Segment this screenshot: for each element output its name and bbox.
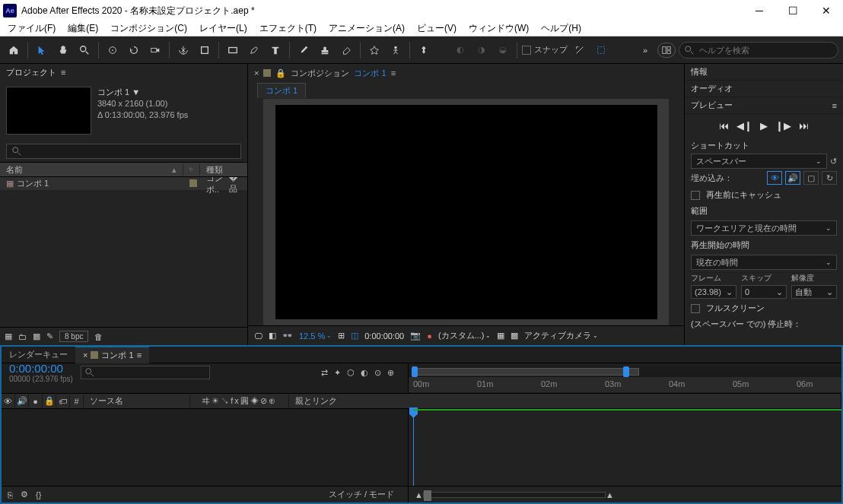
audio-panel-header[interactable]: オーディオ	[685, 81, 843, 97]
rect-tool-icon[interactable]	[224, 41, 242, 59]
maximize-button[interactable]: ☐	[776, 0, 810, 21]
menu-help[interactable]: ヘルプ(H)	[535, 21, 587, 36]
overflow-icon[interactable]: »	[636, 41, 654, 59]
orbit-tool-icon[interactable]	[103, 41, 122, 59]
mask-icon[interactable]: 👓	[282, 331, 293, 341]
menu-effect[interactable]: エフェクト(T)	[253, 21, 323, 36]
include-audio-icon[interactable]: 🔊	[785, 171, 800, 185]
workspace-icon[interactable]	[657, 43, 676, 58]
tl-tool4-icon[interactable]: ◐	[361, 368, 368, 378]
flowchart-icon[interactable]: �品	[229, 177, 241, 195]
composition-viewport[interactable]	[276, 106, 657, 319]
snap-opt1-icon[interactable]	[571, 41, 589, 59]
transparency-grid-icon[interactable]: ◫	[351, 331, 358, 341]
col-lock-icon[interactable]: 🔒	[43, 394, 56, 408]
brush-tool-icon[interactable]	[294, 41, 313, 59]
res-select[interactable]: 自動⌄	[791, 285, 837, 299]
menu-view[interactable]: ビュー(V)	[411, 21, 463, 36]
tl-tool2-icon[interactable]: ✦	[334, 368, 341, 378]
zoom-dropdown[interactable]: 12.5 % ⌄	[299, 331, 332, 341]
col-num[interactable]: #	[70, 394, 84, 408]
timeline-work-area[interactable]	[409, 366, 841, 377]
panel-menu-icon[interactable]: ≡	[61, 68, 65, 77]
trash-icon[interactable]: 🗑	[94, 332, 103, 341]
menu-animation[interactable]: アニメーション(A)	[323, 21, 411, 36]
pen-tool-icon[interactable]	[245, 41, 263, 59]
text-tool-icon[interactable]	[266, 41, 285, 59]
view2-icon[interactable]: ▩	[511, 331, 518, 341]
next-frame-icon[interactable]: ❙▶	[775, 120, 791, 132]
tl-tool6-icon[interactable]: ⊕	[387, 368, 394, 378]
menu-edit[interactable]: 編集(E)	[62, 21, 104, 36]
col-source[interactable]: ソース名	[84, 394, 190, 408]
folder-icon[interactable]: 🗀	[18, 332, 27, 341]
interpret-icon[interactable]: ▦	[5, 331, 12, 341]
shortcut-select[interactable]: スペースバー⌄	[691, 154, 827, 169]
timeline-current-time[interactable]: 0:00:00:00	[9, 362, 73, 375]
new-comp-icon[interactable]: ▩	[33, 331, 40, 341]
reset-icon[interactable]: ↺	[830, 157, 837, 166]
tab-render-queue[interactable]: レンダーキュー	[2, 347, 75, 363]
menu-window[interactable]: ウィンドウ(W)	[463, 21, 535, 36]
help-search[interactable]	[679, 42, 838, 59]
range-select[interactable]: ワークエリアと現在の時間⌄	[691, 220, 837, 236]
cache-checkbox[interactable]	[691, 191, 700, 200]
menu-layer[interactable]: レイヤー(L)	[193, 21, 253, 36]
tl-tool1-icon[interactable]: ⇄	[321, 368, 328, 378]
puppet-tool-icon[interactable]	[387, 41, 405, 59]
selection-tool-icon[interactable]	[33, 41, 51, 59]
comp-thumbnail[interactable]	[6, 87, 91, 135]
resolution-icon[interactable]: ⊞	[338, 331, 345, 341]
timeline-track-area[interactable]	[409, 409, 841, 486]
channel-icon[interactable]: ●	[427, 331, 432, 341]
timeline-zoom-slider[interactable]	[423, 492, 606, 498]
lock-icon[interactable]: 🔒	[275, 68, 286, 78]
shape-tool-icon[interactable]	[196, 41, 214, 59]
close-button[interactable]: ✕	[810, 0, 843, 21]
project-col-type[interactable]: 種類	[200, 164, 247, 176]
panel-menu-icon[interactable]: ≡	[832, 101, 837, 110]
tl-footer-icon2[interactable]: ⚙	[21, 490, 28, 499]
project-col-name[interactable]: 名前▴	[0, 164, 183, 176]
timeline-ruler[interactable]: 00m 01m 02m 03m 04m 05m 06m	[409, 377, 841, 392]
tl-tool5-icon[interactable]: ⊙	[374, 368, 381, 378]
camera-dropdown[interactable]: アクティブカメラ ⌄	[524, 330, 598, 341]
comp-subtab[interactable]: コンポ 1	[257, 83, 306, 98]
include-overlay-icon[interactable]: ▢	[803, 171, 819, 185]
col-label-icon[interactable]: 🏷	[56, 394, 70, 408]
comp-tab-close-icon[interactable]: ×	[254, 68, 259, 78]
zoom-in-icon[interactable]: ▲	[606, 490, 614, 499]
tl-footer-icon3[interactable]: {}	[36, 490, 41, 499]
workarea-start-handle[interactable]	[412, 366, 418, 377]
menu-composition[interactable]: コンポジション(C)	[104, 21, 193, 36]
col-parent[interactable]: 親とリンク	[289, 394, 841, 408]
prev-frame-icon[interactable]: ◀❙	[736, 120, 752, 132]
fullscreen-checkbox[interactable]	[691, 304, 700, 313]
minimize-button[interactable]: ─	[743, 0, 776, 21]
playfrom-select[interactable]: 現在の時間⌄	[691, 255, 837, 270]
playhead[interactable]	[413, 409, 414, 486]
menu-file[interactable]: ファイル(F)	[2, 21, 62, 36]
col-audio-icon[interactable]: 🔊	[15, 394, 29, 408]
color-mgmt-dropdown[interactable]: (カスタム...) ⌄	[438, 330, 491, 341]
mask-mode2-icon[interactable]: ◑	[472, 41, 491, 59]
project-col-tag[interactable]	[183, 164, 200, 175]
play-icon[interactable]: ▶	[760, 120, 768, 132]
frame-select[interactable]: (23.98)⌄	[691, 285, 736, 299]
preview-panel-header[interactable]: プレビュー≡	[685, 97, 843, 114]
col-eye-icon[interactable]: 👁	[2, 394, 15, 408]
tl-tool3-icon[interactable]: ⬡	[347, 368, 355, 378]
anchor-tool-icon[interactable]	[174, 41, 192, 59]
project-search[interactable]	[6, 144, 241, 159]
rotate-tool-icon[interactable]	[125, 41, 143, 59]
switch-mode-toggle[interactable]: スイッチ / モード	[329, 489, 402, 500]
stamp-tool-icon[interactable]	[316, 41, 334, 59]
view1-icon[interactable]: ▦	[497, 331, 504, 341]
snap-opt2-icon[interactable]	[592, 41, 610, 59]
timeline-layer-list[interactable]	[2, 409, 409, 486]
comp-breadcrumb[interactable]: コンポ 1	[354, 68, 386, 79]
first-frame-icon[interactable]: ⏮	[719, 120, 729, 132]
col-solo-icon[interactable]: ●	[29, 394, 43, 408]
snapshot-icon[interactable]: 📷	[410, 331, 421, 341]
toggle-alpha-icon[interactable]: ◧	[269, 331, 276, 341]
